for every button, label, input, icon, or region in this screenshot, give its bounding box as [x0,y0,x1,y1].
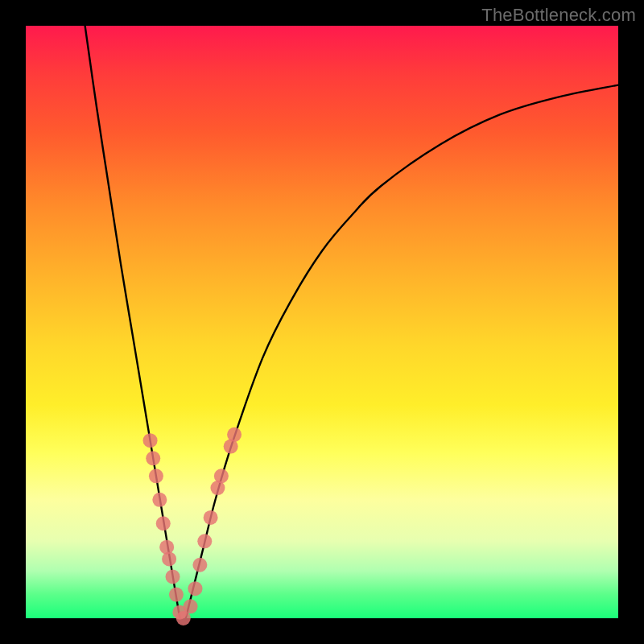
data-marker [188,581,203,596]
data-marker [143,433,158,448]
data-marker [227,427,242,442]
data-marker [152,493,167,507]
data-marker [197,534,212,548]
curve-right-branch [186,85,618,618]
data-marker [169,588,184,602]
data-marker [214,469,229,483]
data-marker [204,510,218,525]
watermark-text: TheBottleneck.com [481,5,636,26]
data-marker [166,569,180,584]
chart-frame: TheBottleneck.com [0,0,644,644]
data-marker [146,451,160,465]
data-marker [184,599,198,613]
data-marker [192,558,207,572]
plot-area [26,26,618,618]
data-marker [156,516,171,530]
data-marker [162,551,176,566]
chart-svg [26,26,618,618]
data-marker [149,469,163,483]
